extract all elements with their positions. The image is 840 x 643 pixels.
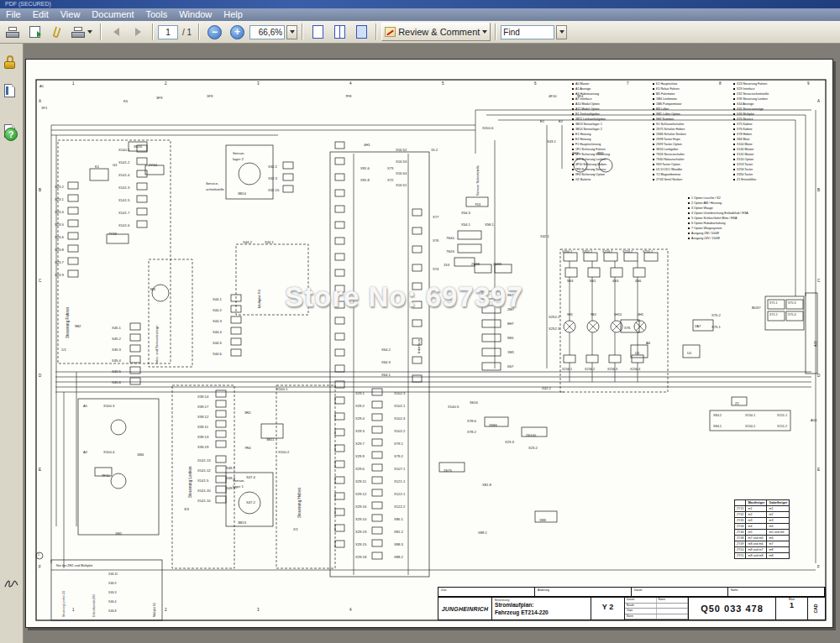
print-menu-button[interactable] (68, 23, 96, 41)
window-title: PDF (SECURED) (5, 1, 51, 7)
schematic-label: C (817, 280, 820, 284)
continuous-page-button[interactable] (329, 23, 349, 41)
schematic-label: schnittstelle (206, 188, 224, 191)
previous-view-button[interactable] (106, 23, 126, 41)
menu-item-edit[interactable]: Edit (27, 8, 55, 21)
schematic-label: C (39, 280, 41, 284)
schematic-label: F (817, 566, 820, 570)
schematic-label: 9B2 (75, 325, 81, 328)
schematic-label: X76 (433, 239, 438, 243)
schematic-label: X45.3 (112, 348, 121, 352)
schematic-label: Interface (417, 339, 421, 353)
paperclip-icon (52, 26, 61, 39)
page-number-input[interactable] (158, 25, 178, 39)
schematic-label: X29.16 (355, 505, 366, 509)
fit-page-button[interactable] (351, 23, 371, 41)
schematic-label: 753 (475, 203, 480, 206)
schematic-label: 3B11 (266, 438, 274, 442)
schematic-label: X102.1 (394, 405, 405, 408)
watermark: Store No: 697397 (285, 281, 523, 313)
next-view-button[interactable] (128, 23, 148, 41)
drawing-title: Benennung Stromlaufplan: Fahrzeug ET214-… (492, 598, 591, 619)
menu-item-help[interactable]: Help (218, 8, 249, 21)
help-button[interactable]: ? (4, 128, 18, 141)
print-button[interactable] (3, 23, 23, 41)
schematic-label-layer: A11F1K53F91F97F84F109F4E1E2X200.6X43.19H… (26, 60, 833, 628)
schematic-label: Sensor- (233, 152, 245, 155)
zoom-in-icon: + (230, 25, 244, 39)
schematic-label: 7F10 (102, 474, 110, 478)
schematic-label: X29.19 (355, 531, 366, 534)
zoom-in-button[interactable]: + (227, 23, 248, 41)
menu-item-file[interactable]: File (0, 8, 27, 21)
schematic-label: 9B2 (591, 314, 596, 317)
schematic-label: X45.4 (112, 359, 121, 363)
schematic-label: X49.4 (226, 487, 235, 490)
schematic-label: B (817, 189, 820, 193)
schematic-label: X46.9 (108, 583, 116, 586)
document-area[interactable]: A11F1K53F91F97F84F109F4E1E2X200.6X43.19H… (24, 44, 840, 643)
review-comment-button[interactable]: Review & Comment (381, 23, 491, 41)
schematic-label: X45.2 (112, 337, 121, 341)
schematic-label: 9M1 (597, 152, 604, 155)
find-input[interactable] (501, 25, 554, 39)
security-lock-icon[interactable] (4, 55, 16, 71)
schematic-label: X102.2 (394, 430, 405, 433)
schematic-label: X29.18 (355, 556, 366, 559)
schematic-label: X252.3 (549, 327, 559, 331)
toolbar-separator (198, 24, 200, 40)
revision-cell: Zust. (438, 588, 535, 596)
find-dropdown-button[interactable] (556, 25, 567, 39)
schematic-label: X256.3 (607, 369, 617, 372)
schematic-label: A1 (83, 405, 87, 408)
schematic-label: 2S100 (526, 434, 536, 437)
menu-item-document[interactable]: Document (86, 8, 139, 21)
schematic-label: X54.3 (461, 212, 470, 215)
mast-fork-table: MastheigerGabelheiger2Y15m1m12Y41m2m22Y4… (734, 499, 790, 559)
signature-icon[interactable] (4, 578, 19, 593)
cad-cell: CAD (808, 598, 823, 619)
schematic-label: Inbe- und Serviceanzeige (155, 326, 159, 363)
attachment-button[interactable] (46, 23, 66, 41)
revision-cell: Datum (632, 588, 728, 596)
schematic-label: U1 (635, 352, 639, 355)
revision-strip: Zust.ÄnderungDatumName (438, 587, 826, 597)
schematic-label: Service- (206, 182, 218, 186)
schematic-label: X256.2 (585, 369, 595, 372)
schematic-label: A2 (83, 451, 87, 454)
single-page-button[interactable] (307, 23, 328, 41)
export-button[interactable] (24, 23, 45, 41)
zoom-dropdown-button[interactable] (286, 25, 297, 39)
schematic-label: X150.2 (745, 426, 755, 429)
schematic-label: X49.3 (226, 477, 235, 480)
zoom-level-input[interactable] (249, 25, 285, 39)
schematic-label: Einlenkbetrieb ZH2 (93, 594, 96, 617)
schematic-label: X42.2 (542, 387, 551, 390)
menu-item-tools[interactable]: Tools (140, 8, 174, 21)
schematic-label: X141.12 (197, 469, 211, 473)
schematic-label: X29.3 (355, 430, 365, 433)
schematic-label: X151.2 (777, 426, 787, 429)
schematic-label: 3R2 (244, 411, 251, 415)
menu-item-window[interactable]: Window (173, 8, 218, 21)
schematic-label: X200.6 (482, 127, 493, 130)
zoom-out-button[interactable]: − (204, 23, 225, 41)
schematic-label: X23.2 (528, 447, 538, 450)
schematic-label: 4H5 (638, 314, 643, 317)
schematic-label: E1 (540, 120, 544, 123)
menu-item-view[interactable]: View (55, 8, 87, 21)
meta-cell: DatumNameBearb.Gepr.Norm (625, 598, 689, 619)
revision-cell: Änderung (535, 588, 632, 596)
schematic-label: X102.4 (394, 417, 405, 421)
single-page-icon (312, 25, 323, 39)
schematic-label: K5 (123, 100, 128, 103)
schematic-label: X78.2 (467, 431, 476, 434)
schematic-label: X75.3 (788, 302, 795, 306)
schematic-label: X23.2 (55, 186, 64, 189)
bookmarks-panel-button[interactable] (4, 84, 15, 97)
printer-icon (6, 27, 19, 38)
chevron-down-icon (87, 30, 92, 34)
schematic-label: X350.2 (562, 251, 572, 254)
schematic-label: X150.1 (745, 415, 755, 418)
toolbar-separator (100, 24, 102, 40)
